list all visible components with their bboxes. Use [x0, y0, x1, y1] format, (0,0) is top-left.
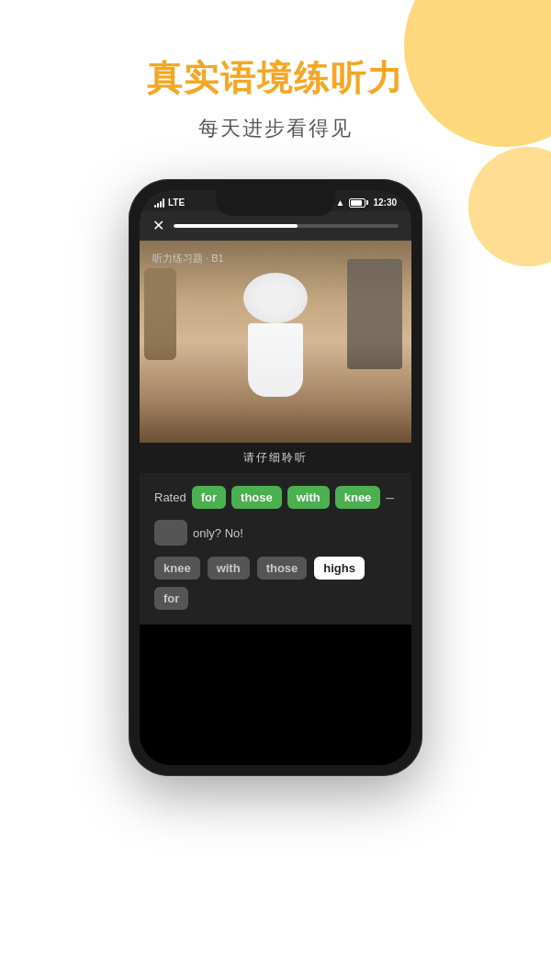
char-hair	[243, 273, 308, 323]
selected-word-knee[interactable]: knee	[335, 486, 381, 509]
main-title: 真实语境练听力	[147, 55, 404, 102]
status-bar-left: LTE	[154, 197, 185, 208]
option-with[interactable]: with	[208, 557, 250, 580]
close-button[interactable]: ✕	[152, 219, 164, 233]
dash-separator: –	[386, 490, 394, 506]
word-options-row: knee with those highs for	[154, 557, 397, 610]
char-body	[248, 323, 303, 397]
answer-sentence: Rated for those with knee –	[154, 486, 397, 509]
character-figure	[230, 287, 321, 424]
option-those[interactable]: those	[257, 557, 308, 580]
suffix-text: only? No!	[193, 526, 243, 540]
selected-word-with[interactable]: with	[287, 486, 330, 509]
phone-notch	[216, 190, 335, 216]
status-bar-right: ▲ 12:30	[336, 197, 397, 208]
option-for[interactable]: for	[154, 587, 188, 610]
phone-outer-shell: LTE ▲ 12:30 ✕	[129, 179, 422, 776]
option-knee[interactable]: knee	[154, 557, 200, 580]
video-area[interactable]: 听力练习题 · B1	[140, 241, 411, 443]
option-highs[interactable]: highs	[314, 557, 365, 580]
blank-word-box[interactable]	[154, 520, 187, 546]
selected-word-for[interactable]: for	[192, 486, 226, 509]
sub-title: 每天进步看得见	[198, 115, 353, 142]
battery-icon	[349, 198, 368, 208]
progress-bar	[174, 224, 399, 228]
phone-screen: LTE ▲ 12:30 ✕	[140, 190, 411, 765]
movie-scene	[140, 241, 411, 443]
phone-mockup: LTE ▲ 12:30 ✕	[129, 179, 422, 776]
char-head	[257, 287, 294, 323]
bg-left-prop	[144, 268, 176, 360]
lte-label: LTE	[168, 197, 185, 208]
bg-machinery	[347, 259, 402, 369]
wifi-icon: ▲	[336, 197, 345, 208]
answer-second-line: only? No!	[154, 520, 397, 546]
rated-label: Rated	[154, 490, 186, 504]
video-label: 听力练习题 · B1	[152, 252, 224, 265]
time-label: 12:30	[373, 197, 397, 208]
progress-bar-fill	[174, 224, 298, 228]
listen-instruction: 请仔细聆听	[140, 443, 411, 473]
answer-panel: Rated for those with knee – only? No!	[140, 473, 411, 625]
selected-word-those[interactable]: those	[231, 486, 282, 509]
signal-icon	[154, 198, 164, 208]
